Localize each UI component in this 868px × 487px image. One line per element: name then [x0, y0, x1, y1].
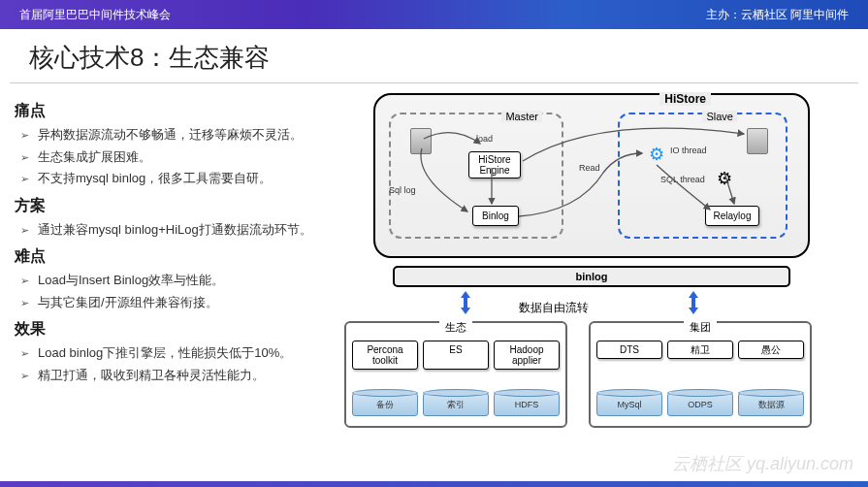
app-box: 愚公 — [738, 341, 804, 359]
list-item: 通过兼容mysql binlog+HiLog打通数据流动环节。 — [38, 220, 364, 240]
hard-list: Load与Insert Binlog效率与性能。 与其它集团/开源组件兼容衔接。 — [15, 271, 364, 311]
plan-list: 通过兼容mysql binlog+HiLog打通数据流动环节。 — [15, 220, 364, 240]
left-panel: 痛点 异构数据源流动不够畅通，迁移等麻烦不灵活。 生态集成扩展困难。 不支持my… — [15, 93, 373, 452]
header-bar: 首届阿里巴巴中间件技术峰会 主办：云栖社区 阿里中间件 — [0, 0, 868, 29]
right-panel: HiStore Master HiStore Engine Binlog loa… — [373, 93, 853, 452]
app-box: 精卫 — [667, 341, 733, 359]
cylinder-icon: 数据源 — [738, 389, 804, 416]
histore-container: HiStore Master HiStore Engine Binlog loa… — [373, 93, 810, 258]
architecture-diagram: HiStore Master HiStore Engine Binlog loa… — [373, 93, 816, 452]
plan-heading: 方案 — [15, 196, 364, 216]
app-box: DTS — [596, 341, 662, 359]
app-box: ES — [423, 341, 489, 370]
io-thread-label: IO thread — [670, 146, 707, 155]
histore-label: HiStore — [659, 92, 711, 106]
cylinder-icon: 索引 — [423, 389, 489, 416]
slave-label: Slave — [702, 111, 737, 122]
cylinder-icon: HDFS — [494, 389, 560, 416]
double-arrow-icon — [456, 295, 475, 310]
group-box: 集团 DTS 精卫 愚公 MySql ODPS 数据源 — [589, 321, 812, 428]
pain-list: 异构数据源流动不够畅通，迁移等麻烦不灵活。 生态集成扩展困难。 不支持mysql… — [15, 125, 364, 188]
header-left: 首届阿里巴巴中间件技术峰会 — [19, 7, 171, 23]
list-item: Load binlog下推引擎层，性能损失低于10%。 — [38, 343, 364, 363]
pain-heading: 痛点 — [15, 101, 364, 121]
eco-box: 生态 Percona toolkit ES Hadoop applier 备份 … — [344, 321, 567, 428]
sqllog-label: Sql log — [389, 185, 416, 195]
list-item: Load与Insert Binlog效率与性能。 — [38, 271, 364, 290]
server-icon — [747, 128, 768, 157]
hard-heading: 难点 — [15, 246, 364, 267]
content: 痛点 异构数据源流动不够畅通，迁移等麻烦不灵活。 生态集成扩展困难。 不支持my… — [0, 83, 868, 462]
binlog-bar: binlog — [393, 266, 790, 287]
cylinder-icon: 备份 — [352, 389, 418, 416]
binlog-box: Binlog — [472, 206, 519, 226]
cylinder-icon: ODPS — [667, 389, 733, 416]
list-item: 与其它集团/开源组件兼容衔接。 — [38, 293, 364, 312]
app-box: Hadoop applier — [494, 341, 560, 370]
server-icon — [410, 128, 432, 157]
list-item: 不支持mysql binlog，很多工具需要自研。 — [38, 169, 364, 188]
watermark: 云栖社区 yq.aliyun.com — [672, 452, 853, 475]
effect-heading: 效果 — [15, 319, 364, 340]
slave-box: Slave ⚙ ⚙ Relaylog IO thread SQL thread — [618, 113, 788, 239]
list-item: 生态集成扩展困难。 — [38, 147, 364, 167]
cylinder-icon: MySql — [596, 389, 662, 416]
sql-thread-label: SQL thread — [660, 175, 705, 184]
gear-icon: ⚙ — [717, 168, 732, 189]
master-box: Master HiStore Engine Binlog load Sql lo… — [389, 113, 563, 239]
list-item: 异构数据源流动不够畅通，迁移等麻烦不灵活。 — [38, 125, 364, 145]
effect-list: Load binlog下推引擎层，性能损失低于10%。 精卫打通，吸收到精卫各种… — [15, 343, 364, 384]
double-arrow-icon — [684, 295, 703, 310]
app-box: Percona toolkit — [352, 341, 418, 370]
histore-engine-box: HiStore Engine — [468, 151, 521, 179]
master-label: Master — [501, 111, 542, 122]
gear-icon: ⚙ — [649, 144, 664, 165]
page-title: 核心技术8：生态兼容 — [10, 29, 858, 83]
flow-label: 数据自由流转 — [519, 300, 589, 316]
footer-stripe — [0, 481, 868, 487]
header-right: 主办：云栖社区 阿里中间件 — [706, 7, 849, 23]
group-label: 集团 — [684, 320, 717, 335]
relaylog-box: Relaylog — [705, 206, 759, 226]
read-label: Read — [579, 163, 600, 173]
list-item: 精卫打通，吸收到精卫各种灵活性能力。 — [38, 366, 364, 385]
load-label: load — [476, 134, 493, 144]
eco-label: 生态 — [439, 320, 472, 335]
